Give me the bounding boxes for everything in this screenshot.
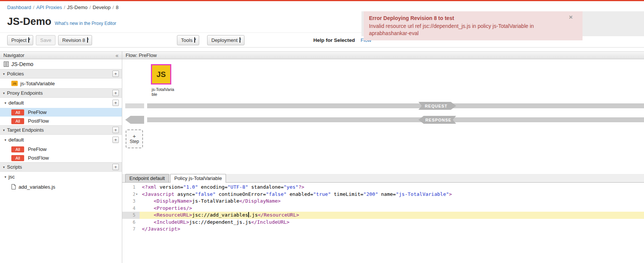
close-icon[interactable]: ×: [569, 14, 573, 20]
section-target-endpoints[interactable]: ▾ Target Endpoints +: [0, 125, 122, 135]
revision-button[interactable]: Revision 8 ▾: [58, 35, 92, 45]
chevron-down-icon: ▾: [3, 91, 5, 95]
tools-button-label: Tools: [181, 37, 192, 43]
add-step-label: Step: [130, 139, 139, 145]
code-line-1[interactable]: 1<?xml version="1.0" encoding="UTF-8" st…: [122, 184, 644, 191]
code-line-5[interactable]: 5 <ResourceURL>jsc://add_variables.js</R…: [122, 212, 644, 219]
breadcrumb-api-proxies[interactable]: API Proxies: [36, 5, 62, 10]
navigator-item-label: JS-Demo: [11, 61, 33, 67]
code-line-7[interactable]: 7</Javascript>: [122, 226, 644, 233]
response-flow-bar: [147, 117, 644, 122]
plus-icon: +: [133, 133, 136, 139]
main-area: Navigator « JS-Demo ▾ Policies + JS js-T…: [0, 51, 644, 263]
breadcrumb-separator: /: [64, 5, 65, 10]
section-label: Scripts: [7, 164, 112, 170]
add-flow-button[interactable]: +: [112, 100, 119, 106]
add-flow-button[interactable]: +: [112, 137, 119, 143]
code-text[interactable]: <IncludeURL>jsc://dependent_js.js</Inclu…: [140, 219, 289, 226]
add-step-button[interactable]: + Step: [126, 129, 143, 148]
policy-node-js-totalvariable[interactable]: JS: [151, 64, 171, 85]
help-for-selected-label: Help for Selected: [314, 37, 355, 43]
add-proxy-endpoint-button[interactable]: +: [112, 90, 119, 96]
request-arrow: REQUEST: [418, 102, 456, 110]
policy-node-text: JS: [157, 70, 166, 79]
xml-code-editor[interactable]: 1<?xml version="1.0" encoding="UTF-8" st…: [122, 183, 644, 263]
group-label: jsc: [9, 174, 119, 180]
response-arrow: RESPONSE: [418, 116, 456, 124]
save-button[interactable]: Save: [36, 35, 55, 45]
code-text[interactable]: </Javascript>: [140, 226, 180, 233]
navigator-item-add-variables-js[interactable]: add_variables.js: [0, 182, 122, 192]
chevron-down-icon: ▾: [3, 128, 5, 132]
navigator-item-proxy-postflow[interactable]: All PostFlow: [0, 117, 122, 125]
navigator-item-js-totalvariable[interactable]: JS js-TotalVariable: [0, 78, 122, 88]
section-scripts[interactable]: ▾ Scripts +: [0, 162, 122, 172]
error-alert-message: Invalid resource url ref jsc://dependent…: [369, 23, 567, 37]
chevron-down-icon: ▾: [3, 72, 5, 76]
project-button[interactable]: Project ▾: [7, 35, 33, 45]
line-number: 5: [122, 212, 140, 219]
section-label: Policies: [7, 71, 112, 77]
flow-header-title: Flow: PreFlow: [126, 52, 641, 58]
breadcrumb-separator: /: [89, 5, 91, 10]
chevron-down-icon: ▾: [28, 37, 29, 43]
tab-policy-js-totalvariable[interactable]: Policy js-TotalVariable: [170, 174, 226, 183]
add-target-endpoint-button[interactable]: +: [112, 127, 119, 133]
navigator-header: Navigator «: [0, 51, 122, 59]
navigator-sidebar: Navigator « JS-Demo ▾ Policies + JS js-T…: [0, 51, 122, 263]
section-label: Proxy Endpoints: [7, 90, 112, 96]
line-number: 6: [122, 219, 140, 226]
file-icon: [11, 184, 16, 189]
editor-tabs: Endpoint default Policy js-TotalVariable: [122, 174, 644, 183]
section-label: Target Endpoints: [7, 127, 112, 133]
navigator-item-js-demo[interactable]: JS-Demo: [0, 59, 122, 69]
code-line-3[interactable]: 3 <DisplayName>js-TotalVariable</Display…: [122, 198, 644, 205]
whats-new-link[interactable]: What's new in the Proxy Editor: [55, 21, 116, 26]
line-number: 2▾: [122, 191, 140, 198]
all-condition-badge: All: [11, 146, 24, 152]
group-label: default: [9, 137, 112, 143]
request-flow-start-segment: [125, 103, 144, 108]
breadcrumb-js-demo: JS-Demo: [67, 5, 88, 10]
flow-label: PostFlow: [28, 118, 49, 124]
response-arrow-head: [125, 116, 144, 124]
save-button-label: Save: [40, 37, 51, 43]
section-policies[interactable]: ▾ Policies +: [0, 69, 122, 78]
navigator-item-proxy-preflow[interactable]: All PreFlow: [0, 108, 122, 117]
line-number: 7: [122, 226, 140, 233]
target-endpoint-default[interactable]: ▾ default +: [0, 135, 122, 145]
proxy-endpoint-default[interactable]: ▾ default +: [0, 98, 122, 108]
code-text[interactable]: <DisplayName>js-TotalVariable</DisplayNa…: [140, 198, 281, 205]
all-condition-badge: All: [11, 118, 24, 124]
policy-label: js-TotalVariable: [20, 81, 55, 86]
code-editor-panel: Endpoint default Policy js-TotalVariable…: [122, 174, 644, 263]
collapse-sidebar-button[interactable]: «: [115, 52, 118, 58]
request-flow-bar: [147, 103, 644, 108]
navigator-item-target-preflow[interactable]: All PreFlow: [0, 145, 122, 154]
section-proxy-endpoints[interactable]: ▾ Proxy Endpoints +: [0, 88, 122, 98]
breadcrumb-revision: 8: [116, 5, 118, 10]
code-line-4[interactable]: 4 <Properties/>: [122, 205, 644, 212]
fold-arrow-icon[interactable]: ▾: [135, 191, 140, 198]
scripts-folder-jsc[interactable]: ▾ jsc: [0, 172, 122, 182]
navigator-item-target-postflow[interactable]: All PostFlow: [0, 154, 122, 162]
code-text[interactable]: <Properties/>: [140, 205, 192, 212]
code-text[interactable]: <Javascript async="false" continueOnErro…: [140, 191, 452, 198]
flow-canvas[interactable]: JS js-TotalVariable REQUEST RESPONSE + S…: [122, 59, 644, 174]
tools-button[interactable]: Tools ▾: [177, 35, 199, 45]
add-policy-button[interactable]: +: [112, 71, 119, 77]
deployment-button[interactable]: Deployment ▾: [207, 35, 244, 45]
code-text[interactable]: <?xml version="1.0" encoding="UTF-8" sta…: [140, 184, 304, 191]
flow-label: PostFlow: [28, 155, 49, 161]
flow-content: Flow: PreFlow JS js-TotalVariable REQUES…: [122, 51, 644, 263]
revision-button-label: Revision 8: [62, 37, 85, 43]
policy-node-label: js-TotalVariable: [152, 87, 174, 97]
error-alert-title: Error Deploying Revision 8 to test: [369, 15, 567, 22]
flow-label: PreFlow: [28, 146, 47, 152]
tab-endpoint-default[interactable]: Endpoint default: [125, 174, 169, 182]
breadcrumb-dashboard[interactable]: Dashboard: [7, 5, 31, 10]
add-script-button[interactable]: +: [112, 164, 119, 170]
code-line-2[interactable]: 2▾<Javascript async="false" continueOnEr…: [122, 191, 644, 198]
code-line-6[interactable]: 6 <IncludeURL>jsc://dependent_js.js</Inc…: [122, 219, 644, 226]
code-text[interactable]: <ResourceURL>jsc://add_variables.js</Res…: [140, 212, 299, 219]
